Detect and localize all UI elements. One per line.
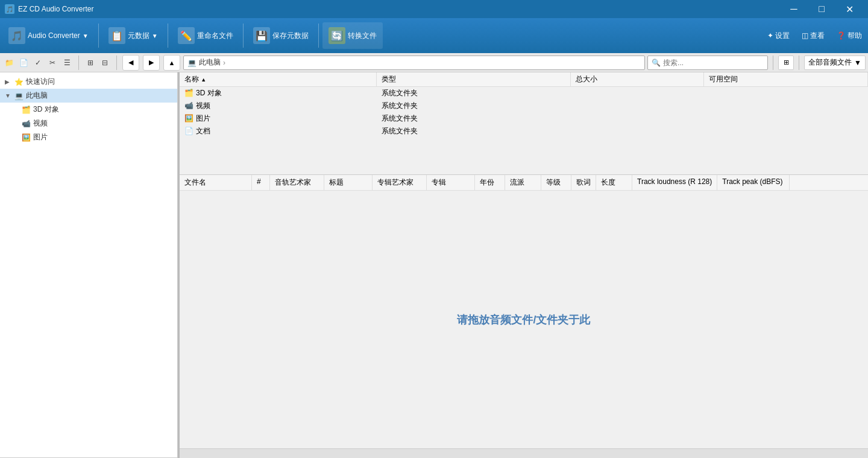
view-type-button[interactable]: ⊞ <box>778 56 794 70</box>
file-browser-table: 名称 ▲ 类型 总大小 可用空间 🗂️3D 对象 系统文件夹 📹视频 系统文件夹… <box>180 72 868 138</box>
col-track-artist[interactable]: 音轨艺术家 <box>270 175 324 190</box>
settings-label: 设置 <box>775 31 790 41</box>
toolbar-right: ✦ 设置 ◫ 查看 ❓ 帮助 <box>764 30 866 42</box>
col-size[interactable]: 总大小 <box>570 72 703 87</box>
search-icon: 🔍 <box>652 59 661 67</box>
col-rating[interactable]: 等级 <box>541 175 571 190</box>
convert-icon: 🔄 <box>329 27 345 44</box>
tree-item-this-pc[interactable]: ▼ 💻 此电脑 <box>0 89 177 103</box>
expand-icon-pc: ▼ <box>5 92 12 99</box>
col-lyrics[interactable]: 歌词 <box>571 175 596 190</box>
file-size-cell <box>570 125 703 138</box>
horizontal-scrollbar[interactable] <box>180 448 868 458</box>
file-name-cell: 🖼️图片 <box>180 112 377 125</box>
file-browser-row[interactable]: 📹视频 系统文件夹 <box>180 100 868 112</box>
save-metadata-button[interactable]: 💾 保存元数据 <box>247 22 315 49</box>
tree-view: ▶ ⭐ 快速访问 ▼ 💻 此电脑 🗂️ 3D 对象 📹 视频 <box>0 72 177 457</box>
close-button[interactable]: ✕ <box>835 0 863 18</box>
file-size-cell <box>570 100 703 112</box>
addr-sep2 <box>116 56 117 70</box>
check-icon[interactable]: ✓ <box>31 56 45 69</box>
addr-toolbar-icons: 📁 📄 ✓ ✂ ☰ <box>2 56 74 69</box>
audio-converter-label: Audio Converter <box>28 31 80 40</box>
col-genre[interactable]: 流派 <box>505 175 541 190</box>
col-album-artist[interactable]: 专辑艺术家 <box>373 175 427 190</box>
dropdown-chevron: ▼ <box>83 33 89 39</box>
search-box[interactable]: 🔍 <box>647 56 768 70</box>
toolbar-sep-3 <box>243 24 244 48</box>
col-loudness[interactable]: Track loudness (R 128) <box>632 175 717 190</box>
add-file-icon[interactable]: 📄 <box>17 56 30 69</box>
col-album[interactable]: 专辑 <box>427 175 475 190</box>
filter-dropdown[interactable]: 全部音频文件 ▼ <box>804 56 866 70</box>
file-type-cell: 系统文件夹 <box>377 125 571 138</box>
tree-item-quick-access[interactable]: ▶ ⭐ 快速访问 <box>0 75 177 89</box>
save-metadata-label: 保存元数据 <box>272 31 309 41</box>
nav-back-button[interactable]: ◀ <box>122 55 139 71</box>
col-type[interactable]: 类型 <box>377 72 571 87</box>
file-type-cell: 系统文件夹 <box>377 100 571 112</box>
settings-button[interactable]: ✦ 设置 <box>764 30 793 42</box>
metadata-button[interactable]: 📋 元数据 ▼ <box>102 22 164 49</box>
col-year[interactable]: 年份 <box>475 175 505 190</box>
convert-label: 转换文件 <box>348 31 377 41</box>
file-free-cell <box>704 112 868 125</box>
filter-label: 全部音频文件 <box>808 57 852 68</box>
track-list-area: 文件名 # 音轨艺术家 标题 专辑艺术家 专辑 年份 流派 等级 歌词 长度 T… <box>180 175 868 448</box>
metadata-icon: 📋 <box>108 27 125 44</box>
file-browser-row[interactable]: 📄文档 系统文件夹 <box>180 125 868 138</box>
col-duration[interactable]: 长度 <box>596 175 632 190</box>
left-panel: ▶ ⭐ 快速访问 ▼ 💻 此电脑 🗂️ 3D 对象 📹 视频 <box>0 72 178 458</box>
addr-sep1 <box>78 56 79 70</box>
file-free-cell <box>704 100 868 112</box>
view-label: 查看 <box>810 31 825 41</box>
address-bar: 📁 📄 ✓ ✂ ☰ ⊞ ⊟ ◀ ▶ ▲ 💻 此电脑 › 🔍 ⊞ 全部音频文件 ▼ <box>0 53 868 72</box>
window-controls: ─ □ ✕ <box>780 0 863 18</box>
rename-button[interactable]: ✏️ 重命名文件 <box>172 22 239 49</box>
file-browser-row[interactable]: 🗂️3D 对象 系统文件夹 <box>180 87 868 100</box>
col-name[interactable]: 名称 ▲ <box>180 72 377 87</box>
file-browser-row[interactable]: 🖼️图片 系统文件夹 <box>180 112 868 125</box>
nav-forward-button[interactable]: ▶ <box>143 55 160 71</box>
grid-view-icon[interactable]: ⊞ <box>84 56 97 69</box>
rename-label: 重命名文件 <box>197 31 233 41</box>
file-size-cell <box>570 112 703 125</box>
list-view-icon[interactable]: ⊟ <box>98 56 112 69</box>
tree-item-videos[interactable]: 📹 视频 <box>0 116 177 130</box>
settings-icon: ✦ <box>767 31 773 40</box>
pictures-label: 图片 <box>33 132 48 142</box>
save-metadata-icon: 💾 <box>253 27 270 44</box>
maximize-button[interactable]: □ <box>808 0 835 18</box>
track-list-header: 文件名 # 音轨艺术家 标题 专辑艺术家 专辑 年份 流派 等级 歌词 长度 T… <box>180 175 868 191</box>
address-path[interactable]: 💻 此电脑 › <box>183 56 645 70</box>
col-num[interactable]: # <box>252 175 270 190</box>
col-peak[interactable]: Track peak (dBFS) <box>717 175 790 190</box>
path-thispc: 此电脑 <box>199 57 221 68</box>
search-input[interactable] <box>663 59 764 67</box>
tree-item-3d[interactable]: 🗂️ 3D 对象 <box>0 103 177 116</box>
picture-icon: 🖼️ <box>22 133 31 142</box>
col-title[interactable]: 标题 <box>324 175 373 190</box>
file-free-cell <box>704 125 868 138</box>
audio-converter-button[interactable]: 🎵 Audio Converter ▼ <box>2 22 95 49</box>
tree-item-pictures[interactable]: 🖼️ 图片 <box>0 130 177 144</box>
drop-zone-text: 请拖放音频文件/文件夹于此 <box>457 313 590 327</box>
metadata-label: 元数据 <box>128 31 149 41</box>
expand-icon: ▶ <box>5 78 12 85</box>
help-button[interactable]: ❓ 帮助 <box>833 30 866 42</box>
path-sep: › <box>223 59 225 67</box>
app-icon: 🎵 <box>5 4 14 14</box>
convert-button[interactable]: 🔄 转换文件 <box>322 22 383 49</box>
list-icon[interactable]: ☰ <box>60 56 74 69</box>
col-free[interactable]: 可用空间 <box>704 72 868 87</box>
addr-sep4 <box>799 56 799 70</box>
col-filename[interactable]: 文件名 <box>180 175 252 190</box>
star-icon: ⭐ <box>14 78 24 86</box>
new-folder-icon[interactable]: 📁 <box>2 56 16 69</box>
scissors-icon[interactable]: ✂ <box>46 56 59 69</box>
help-label: 帮助 <box>848 31 862 41</box>
minimize-button[interactable]: ─ <box>780 0 808 18</box>
nav-up-button[interactable]: ▲ <box>163 55 180 71</box>
view-button[interactable]: ◫ 查看 <box>798 30 828 42</box>
file-name-cell: 📄文档 <box>180 125 377 138</box>
